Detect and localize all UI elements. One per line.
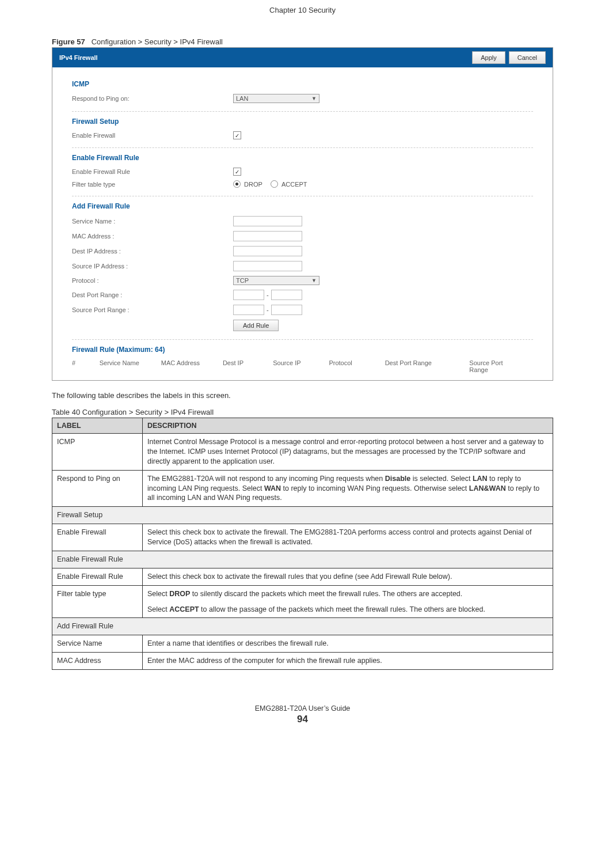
- divider: [72, 111, 533, 112]
- section-icmp-title: ICMP: [72, 80, 533, 88]
- protocol-value: TCP: [236, 277, 249, 284]
- cell-label: Respond to Ping on: [52, 470, 143, 507]
- figure-caption: Figure 57 Configuration > Security > IPv…: [52, 37, 553, 46]
- guide-name: EMG2881-T20A User’s Guide: [52, 704, 553, 712]
- cell-label: Service Name: [52, 635, 143, 653]
- cell-label: Enable Firewall Rule: [52, 568, 143, 585]
- cell-desc: Internet Control Message Protocol is a m…: [143, 434, 553, 471]
- range-dash: -: [267, 291, 269, 298]
- divider: [72, 196, 533, 196]
- mac-address-input[interactable]: [233, 231, 302, 241]
- table-row: Service Name Enter a name that identifie…: [52, 635, 553, 653]
- rule-table-header: # Service Name MAC Address Dest IP Sourc…: [72, 357, 533, 377]
- src-port-label: Source Port Range :: [72, 306, 233, 313]
- figure-title: Configuration > Security > IPv4 Firewall: [92, 37, 223, 46]
- divider: [72, 147, 533, 148]
- intro-text: The following table describes the labels…: [52, 391, 553, 400]
- section-rulelist-title: Firewall Rule (Maximum: 64): [72, 346, 533, 354]
- table-row: Respond to Ping on The EMG2881-T20A will…: [52, 470, 553, 507]
- col-proto: Protocol: [329, 359, 385, 373]
- enable-firewall-checkbox[interactable]: ✓: [233, 131, 241, 139]
- cell-label: ICMP: [52, 434, 143, 471]
- add-rule-button[interactable]: Add Rule: [233, 320, 279, 331]
- table-row: Enable Firewall Select this check box to…: [52, 524, 553, 551]
- chapter-header: Chapter 10 Security: [52, 6, 553, 14]
- enable-fwrule-checkbox[interactable]: ✓: [233, 168, 241, 176]
- section-fwrule-title: Enable Firewall Rule: [72, 154, 533, 162]
- page-footer: EMG2881-T20A User’s Guide 94: [52, 704, 553, 725]
- col-num: #: [72, 359, 100, 373]
- source-ip-input[interactable]: [233, 261, 302, 271]
- mac-address-label: MAC Address :: [72, 233, 233, 240]
- filter-type-label: Filter table type: [72, 181, 233, 188]
- figure-number: Figure 57: [52, 37, 85, 46]
- cell-section: Enable Firewall Rule: [52, 551, 553, 568]
- th-desc: DESCRIPTION: [143, 418, 553, 434]
- cell-desc: Select DROP to silently discard the pack…: [143, 585, 553, 618]
- table-row: Filter table type Select DROP to silentl…: [52, 585, 553, 618]
- protocol-label: Protocol :: [72, 277, 233, 284]
- cell-section: Add Firewall Rule: [52, 618, 553, 635]
- divider: [72, 339, 533, 340]
- description-table: LABEL DESCRIPTION ICMP Internet Control …: [52, 418, 553, 670]
- respond-ping-select[interactable]: LAN ▼: [233, 94, 319, 103]
- firewall-screenshot: IPv4 Firewall Apply Cancel ICMP Respond …: [52, 47, 553, 381]
- dest-port-to-input[interactable]: [271, 290, 302, 300]
- table-row: Enable Firewall Rule: [52, 551, 553, 568]
- section-addrule-title: Add Firewall Rule: [72, 202, 533, 210]
- dest-ip-input[interactable]: [233, 246, 302, 256]
- cell-section: Firewall Setup: [52, 507, 553, 524]
- cell-label: Enable Firewall: [52, 524, 143, 551]
- col-srcport: Source Port Range: [469, 359, 533, 373]
- section-fwsetup-title: Firewall Setup: [72, 117, 533, 126]
- cell-desc: The EMG2881-T20A will not respond to any…: [143, 470, 553, 507]
- cell-desc: Select this check box to activate the fi…: [143, 568, 553, 585]
- table-caption: Table 40 Configuration > Security > IPv4…: [52, 408, 553, 416]
- cell-desc: Enter a name that identifies or describe…: [143, 635, 553, 653]
- table-row: Enable Firewall Rule Select this check b…: [52, 568, 553, 585]
- table-row: MAC Address Enter the MAC address of the…: [52, 653, 553, 670]
- table-row: ICMP Internet Control Message Protocol i…: [52, 434, 553, 471]
- col-destport: Dest Port Range: [385, 359, 470, 373]
- dest-ip-label: Dest IP Address :: [72, 248, 233, 255]
- filter-accept-text: ACCEPT: [281, 181, 307, 188]
- col-service: Service Name: [100, 359, 161, 373]
- source-ip-label: Source IP Address :: [72, 263, 233, 270]
- panel-titlebar: IPv4 Firewall Apply Cancel: [52, 48, 553, 67]
- respond-ping-label: Respond to Ping on:: [72, 95, 233, 102]
- chevron-down-icon: ▼: [311, 96, 317, 101]
- table-row: Firewall Setup: [52, 507, 553, 524]
- range-dash: -: [267, 306, 269, 313]
- service-name-label: Service Name :: [72, 218, 233, 225]
- col-srcip: Source IP: [273, 359, 329, 373]
- panel-title: IPv4 Firewall: [59, 54, 98, 61]
- enable-firewall-label: Enable Firewall: [72, 132, 233, 139]
- filter-accept-radio[interactable]: [271, 180, 278, 188]
- service-name-input[interactable]: [233, 216, 302, 226]
- cell-label: MAC Address: [52, 653, 143, 670]
- filter-drop-radio[interactable]: [233, 180, 241, 188]
- src-port-to-input[interactable]: [271, 305, 302, 315]
- respond-ping-value: LAN: [236, 95, 248, 102]
- apply-button[interactable]: Apply: [472, 51, 505, 64]
- col-mac: MAC Address: [161, 359, 223, 373]
- cell-desc: Select this check box to activate the fi…: [143, 524, 553, 551]
- dest-port-label: Dest Port Range :: [72, 291, 233, 298]
- filter-drop-text: DROP: [244, 181, 262, 188]
- page-number: 94: [52, 714, 553, 725]
- dest-port-from-input[interactable]: [233, 290, 264, 300]
- protocol-select[interactable]: TCP ▼: [233, 276, 319, 285]
- th-label: LABEL: [52, 418, 143, 434]
- cell-desc: Enter the MAC address of the computer fo…: [143, 653, 553, 670]
- cell-label: Filter table type: [52, 585, 143, 618]
- chevron-down-icon: ▼: [311, 278, 317, 283]
- cancel-button[interactable]: Cancel: [509, 51, 546, 64]
- col-destip: Dest IP: [223, 359, 273, 373]
- src-port-from-input[interactable]: [233, 305, 264, 315]
- table-row: Add Firewall Rule: [52, 618, 553, 635]
- enable-fwrule-label: Enable Firewall Rule: [72, 168, 233, 175]
